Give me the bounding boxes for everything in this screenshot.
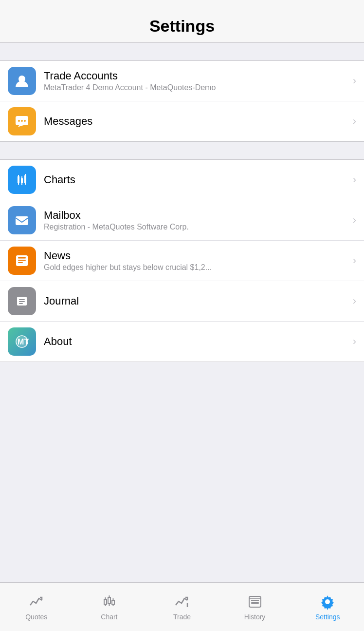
mailbox-icon-wrap xyxy=(8,206,36,234)
journal-icon-wrap xyxy=(8,287,36,315)
trade-accounts-title: Trade Accounts xyxy=(44,70,349,82)
messages-item[interactable]: Messages › xyxy=(0,101,364,141)
svg-point-40 xyxy=(325,599,330,604)
charts-icon xyxy=(14,172,30,188)
svg-rect-28 xyxy=(108,597,110,603)
settings-group-tools: Charts › Mailbox Registration - MetaQuot… xyxy=(0,159,364,362)
about-text: About xyxy=(44,335,349,348)
about-item[interactable]: MT About › xyxy=(0,322,364,362)
svg-rect-20 xyxy=(19,299,25,300)
journal-chevron: › xyxy=(353,295,356,307)
about-chevron: › xyxy=(353,335,356,348)
charts-chevron: › xyxy=(353,173,356,186)
news-item[interactable]: News Gold edges higher but stays below c… xyxy=(0,241,364,281)
svg-rect-31 xyxy=(112,600,114,604)
svg-rect-17 xyxy=(18,260,26,261)
svg-rect-25 xyxy=(104,599,107,604)
svg-rect-21 xyxy=(19,301,25,302)
trade-accounts-chevron: › xyxy=(353,75,356,87)
svg-rect-37 xyxy=(251,602,259,604)
tab-history-label: History xyxy=(244,613,266,621)
tab-bar: Quotes Chart Trade xyxy=(0,582,364,631)
svg-point-2 xyxy=(18,120,20,122)
charts-item[interactable]: Charts › xyxy=(0,160,364,200)
messages-chevron: › xyxy=(353,115,356,128)
charts-icon-wrap xyxy=(8,166,36,194)
mailbox-subtitle: Registration - MetaQuotes Software Corp. xyxy=(44,223,349,231)
trade-tab-icon xyxy=(174,593,190,610)
mailbox-chevron: › xyxy=(353,214,356,227)
mailbox-title: Mailbox xyxy=(44,209,349,222)
svg-rect-14 xyxy=(16,216,28,225)
journal-icon xyxy=(14,293,30,309)
tab-trade[interactable]: Trade xyxy=(146,583,218,631)
journal-text: Journal xyxy=(44,295,349,307)
settings-group-accounts: Trade Accounts MetaTrader 4 Demo Account… xyxy=(0,60,364,142)
about-title: About xyxy=(44,335,349,348)
trade-accounts-subtitle: MetaTrader 4 Demo Account - MetaQuotes-D… xyxy=(44,83,349,92)
message-icon xyxy=(14,113,30,130)
news-text: News Gold edges higher but stays below c… xyxy=(44,249,349,272)
tab-trade-label: Trade xyxy=(173,613,191,621)
person-icon xyxy=(14,73,30,89)
svg-rect-5 xyxy=(18,176,19,183)
svg-point-3 xyxy=(21,120,23,122)
header: Settings xyxy=(0,0,364,43)
trade-accounts-text: Trade Accounts MetaTrader 4 Demo Account… xyxy=(44,70,349,92)
news-title: News xyxy=(44,249,349,262)
tab-settings-label: Settings xyxy=(315,613,340,621)
mailbox-text: Mailbox Registration - MetaQuotes Softwa… xyxy=(44,209,349,231)
svg-rect-18 xyxy=(18,262,23,263)
section-spacer-1 xyxy=(0,43,364,60)
page-title: Settings xyxy=(149,17,215,36)
journal-title: Journal xyxy=(44,295,349,307)
about-icon: MT xyxy=(14,333,30,350)
trade-accounts-icon-wrap xyxy=(8,67,36,95)
messages-text: Messages xyxy=(44,115,349,128)
section-spacer-2 xyxy=(0,142,364,159)
news-subtitle: Gold edges higher but stays below crucia… xyxy=(44,263,349,272)
svg-rect-22 xyxy=(19,303,23,304)
svg-rect-11 xyxy=(24,175,26,183)
news-chevron: › xyxy=(353,254,356,267)
messages-title: Messages xyxy=(44,115,349,128)
tab-settings[interactable]: Settings xyxy=(291,583,364,631)
mail-icon xyxy=(14,212,30,229)
tab-chart-label: Chart xyxy=(101,613,117,621)
svg-rect-8 xyxy=(21,178,23,183)
tab-quotes[interactable]: Quotes xyxy=(0,583,73,631)
quotes-tab-icon xyxy=(28,593,45,610)
svg-text:MT: MT xyxy=(18,338,29,346)
svg-rect-16 xyxy=(18,257,26,259)
tab-chart[interactable]: Chart xyxy=(73,583,146,631)
tab-history[interactable]: History xyxy=(218,583,291,631)
news-icon-wrap xyxy=(8,247,36,275)
chart-tab-icon xyxy=(101,593,117,610)
settings-tab-icon xyxy=(319,593,336,610)
svg-point-4 xyxy=(24,120,26,122)
charts-title: Charts xyxy=(44,173,349,186)
journal-item[interactable]: Journal › xyxy=(0,281,364,322)
main-content: Settings Trade Accounts MetaTrader 4 Dem… xyxy=(0,0,364,582)
messages-icon-wrap xyxy=(8,107,36,135)
mailbox-item[interactable]: Mailbox Registration - MetaQuotes Softwa… xyxy=(0,200,364,241)
news-icon xyxy=(14,252,30,269)
about-icon-wrap: MT xyxy=(8,327,36,356)
tab-quotes-label: Quotes xyxy=(25,613,47,621)
history-tab-icon xyxy=(247,593,263,610)
trade-accounts-item[interactable]: Trade Accounts MetaTrader 4 Demo Account… xyxy=(0,61,364,101)
charts-text: Charts xyxy=(44,173,349,186)
